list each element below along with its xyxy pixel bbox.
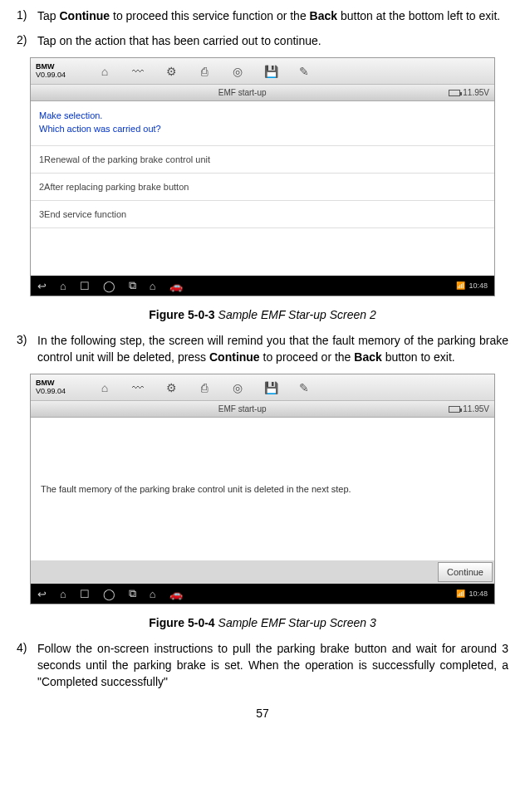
ss2-footer: ↩ ⌂ ☐ ◯ ⧉ ⌂ 🚗 📶 10:48 [31,584,494,604]
ss2-version: V0.99.04 [36,388,84,396]
figure-2-caption: Figure 5-0-4 Sample EMF Star-up Screen 3 [30,616,495,629]
help-icon[interactable]: ◎ [230,64,245,79]
back-icon[interactable]: ↩ [37,280,47,292]
ss1-item-3[interactable]: 3End service function [31,201,494,228]
step-2-num: 2) [17,33,37,50]
home-nav-icon[interactable]: ⌂ [60,280,66,292]
ss1-voltage: 11.95V [449,88,489,97]
ss2-voltage: 11.95V [449,404,489,413]
ss1-footer: ↩ ⌂ ☐ ◯ ⧉ ⌂ 🚗 📶 10:48 [31,276,494,296]
app-icon[interactable]: ⌂ [150,588,156,600]
continue-button[interactable]: Continue [438,562,493,582]
step-3-text: In the following step, the screen will r… [37,333,508,365]
ss1-prompt: Make selection. Which action was carried… [31,101,494,140]
step-1-num: 1) [17,8,37,25]
wifi-icon: 📶 [456,589,465,598]
wifi-icon: 📶 [456,281,465,290]
ss2-brand: BMW V0.99.04 [31,376,89,399]
fig1-label: Figure 5-0-3 [149,308,214,321]
fig1-title: Sample EMF Star-up Screen 2 [215,308,376,321]
ss2-subheader-title: EMF start-up [36,404,449,413]
help-icon[interactable]: ◎ [230,380,245,395]
ss2-body: The fault memory of the parking brake co… [31,418,494,584]
recent-icon[interactable]: ☐ [80,280,90,292]
app-icon[interactable]: ⌂ [150,280,156,292]
battery-icon [449,406,460,413]
ss1-brand: BMW V0.99.04 [31,60,89,83]
step-1: 1) Tap Continue to proceed this service … [17,8,508,25]
save-icon[interactable]: 💾 [263,64,278,79]
page-number: 57 [17,707,508,720]
ss1-subheader: EMF start-up 11.95V [31,85,494,101]
screenshot-2: BMW V0.99.04 ⌂ 〰 ⚙ ⎙ ◎ 💾 ✎ EMF start-up … [30,374,495,604]
step-3: 3) In the following step, the screen wil… [17,333,508,365]
ss1-item-2[interactable]: 2After replacing parking brake button [31,174,494,201]
step-4: 4) Follow the on-screen instructions to … [17,641,508,690]
ss1-subheader-title: EMF start-up [36,88,449,97]
ss2-footer-right: 📶 10:48 [456,589,488,598]
car-icon[interactable]: 🚗 [169,280,183,292]
ss1-header: BMW V0.99.04 ⌂ 〰 ⚙ ⎙ ◎ 💾 ✎ [31,58,494,85]
step-4-text: Follow the on-screen instructions to pul… [37,641,508,690]
ss2-header: BMW V0.99.04 ⌂ 〰 ⚙ ⎙ ◎ 💾 ✎ [31,374,494,401]
settings-icon[interactable]: ⚙ [164,64,179,79]
figure-1: BMW V0.99.04 ⌂ 〰 ⚙ ⎙ ◎ 💾 ✎ EMF start-up … [30,57,495,321]
step-2: 2) Tap on the action that has been carri… [17,33,508,50]
ss2-message: The fault memory of the parking brake co… [31,418,494,560]
step-2-text: Tap on the action that has been carried … [37,33,321,50]
ss1-item-1[interactable]: 1Renewal of the parking brake control un… [31,145,494,174]
ss1-time: 10:48 [469,281,488,290]
browser-icon[interactable]: ◯ [103,280,115,292]
battery-icon [449,90,460,96]
edit-icon[interactable]: ✎ [297,380,312,395]
fig2-title: Sample EMF Star-up Screen 3 [215,616,376,629]
edit-icon[interactable]: ✎ [297,64,312,79]
ss2-button-row: Continue [31,560,494,584]
settings-icon[interactable]: ⚙ [164,380,179,395]
wave-icon[interactable]: 〰 [130,380,145,395]
recent-icon[interactable]: ☐ [80,588,90,600]
save-icon[interactable]: 💾 [263,380,278,395]
ss2-toolbar: ⌂ 〰 ⚙ ⎙ ◎ 💾 ✎ [89,380,494,395]
wave-icon[interactable]: 〰 [130,64,145,79]
fig2-label: Figure 5-0-4 [149,616,214,629]
ss1-footer-right: 📶 10:48 [456,281,488,290]
home-icon[interactable]: ⌂ [97,64,112,79]
ss1-toolbar: ⌂ 〰 ⚙ ⎙ ◎ 💾 ✎ [89,64,494,79]
screenshot-icon[interactable]: ⧉ [129,587,136,600]
back-icon[interactable]: ↩ [37,588,47,600]
car-icon[interactable]: 🚗 [169,588,183,600]
step-1-text: Tap Continue to proceed this service fun… [37,8,500,25]
ss1-prompt-line2: Which action was carried out? [39,123,486,135]
figure-2: BMW V0.99.04 ⌂ 〰 ⚙ ⎙ ◎ 💾 ✎ EMF start-up … [30,374,495,629]
figure-1-caption: Figure 5-0-3 Sample EMF Star-up Screen 2 [30,308,495,321]
home-nav-icon[interactable]: ⌂ [60,588,66,600]
ss1-body: Make selection. Which action was carried… [31,101,494,276]
ss1-version: V0.99.04 [36,71,84,80]
ss2-subheader: EMF start-up 11.95V [31,401,494,418]
ss2-time: 10:48 [469,589,488,598]
step-3-num: 3) [17,333,37,365]
print-icon[interactable]: ⎙ [197,380,212,395]
ss1-prompt-line1: Make selection. [39,110,486,122]
home-icon[interactable]: ⌂ [97,380,112,395]
print-icon[interactable]: ⎙ [197,64,212,79]
step-4-num: 4) [17,641,37,690]
screenshot-icon[interactable]: ⧉ [129,279,136,292]
browser-icon[interactable]: ◯ [103,588,115,600]
screenshot-1: BMW V0.99.04 ⌂ 〰 ⚙ ⎙ ◎ 💾 ✎ EMF start-up … [30,57,495,296]
